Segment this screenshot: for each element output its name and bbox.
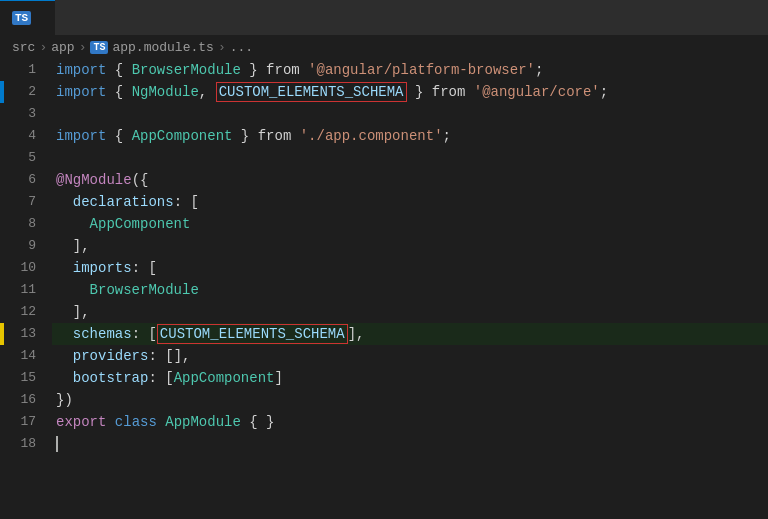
token-plain: ],	[56, 301, 90, 323]
breadcrumb-file: app.module.ts	[112, 40, 213, 55]
token-prop: schemas	[73, 323, 132, 345]
code-line-11: BrowserModule	[52, 279, 768, 301]
line-numbers: 123456789101112131415161718	[4, 59, 52, 519]
code-line-1: import { BrowserModule } from '@angular/…	[52, 59, 768, 81]
token-prop: bootstrap	[73, 367, 149, 389]
token-plain: ],	[56, 235, 90, 257]
line-number-6: 6	[12, 169, 44, 191]
tab-app-module[interactable]: TS	[0, 0, 55, 35]
token-cls: NgModule	[132, 81, 199, 103]
token-plain	[56, 191, 73, 213]
line-number-14: 14	[12, 345, 44, 367]
token-plain	[157, 411, 165, 433]
token-plain: : [	[174, 191, 199, 213]
token-kw: import	[56, 125, 106, 147]
line-number-1: 1	[12, 59, 44, 81]
sep3: ›	[218, 40, 226, 55]
breadcrumb-ellipsis: ...	[230, 40, 253, 55]
token-plain: ;	[443, 125, 451, 147]
ts-badge: TS	[90, 41, 108, 54]
token-plain: from	[258, 125, 292, 147]
code-line-9: ],	[52, 235, 768, 257]
line-number-9: 9	[12, 235, 44, 257]
breadcrumb-app: app	[51, 40, 74, 55]
code-line-5	[52, 147, 768, 169]
token-plain	[106, 411, 114, 433]
token-plain: ],	[348, 323, 365, 345]
line-number-5: 5	[12, 147, 44, 169]
token-plain: : [],	[148, 345, 190, 367]
line-number-13: 13	[12, 323, 44, 345]
token-prop: providers	[73, 345, 149, 367]
token-str: '@angular/platform-browser'	[308, 59, 535, 81]
token-str: '@angular/core'	[474, 81, 600, 103]
token-kw: class	[115, 411, 157, 433]
token-cls: BrowserModule	[90, 279, 199, 301]
code-line-6: @NgModule({	[52, 169, 768, 191]
token-plain	[56, 213, 90, 235]
code-line-4: import { AppComponent } from './app.comp…	[52, 125, 768, 147]
token-plain: { }	[241, 411, 275, 433]
token-kw: import	[56, 59, 106, 81]
token-plain: ;	[600, 81, 608, 103]
token-plain	[56, 257, 73, 279]
token-plain: }	[407, 81, 432, 103]
token-plain	[465, 81, 473, 103]
token-plain: : [	[132, 323, 157, 345]
token-plain: {	[106, 59, 131, 81]
highlighted-schema: CUSTOM_ELEMENTS_SCHEMA	[157, 324, 348, 344]
token-plain: : [	[148, 367, 173, 389]
token-plain: from	[432, 81, 466, 103]
code-line-8: AppComponent	[52, 213, 768, 235]
token-cls: BrowserModule	[132, 59, 241, 81]
line-number-8: 8	[12, 213, 44, 235]
token-prop: imports	[73, 257, 132, 279]
token-cls: AppComponent	[90, 213, 191, 235]
token-plain: ;	[535, 59, 543, 81]
code-line-13: schemas: [CUSTOM_ELEMENTS_SCHEMA],	[52, 323, 768, 345]
token-plain	[56, 323, 73, 345]
token-plain: from	[266, 59, 300, 81]
token-cls: AppComponent	[132, 125, 233, 147]
code-line-12: ],	[52, 301, 768, 323]
code-line-7: declarations: [	[52, 191, 768, 213]
highlighted-identifier: CUSTOM_ELEMENTS_SCHEMA	[216, 82, 407, 102]
token-plain: ,	[199, 81, 216, 103]
token-plain: ]	[274, 367, 282, 389]
code-line-18	[52, 433, 768, 455]
tab-bar: TS	[0, 0, 768, 35]
breadcrumb-src: src	[12, 40, 35, 55]
code-lines[interactable]: import { BrowserModule } from '@angular/…	[52, 59, 768, 519]
token-kw2: export	[56, 411, 106, 433]
cursor	[56, 436, 58, 452]
token-plain: })	[56, 389, 73, 411]
token-cls: AppComponent	[174, 367, 275, 389]
token-plain: ({	[132, 169, 149, 191]
line-number-11: 11	[12, 279, 44, 301]
token-decorator: @NgModule	[56, 169, 132, 191]
line-number-3: 3	[12, 103, 44, 125]
token-kw: import	[56, 81, 106, 103]
token-plain	[56, 279, 90, 301]
sep2: ›	[79, 40, 87, 55]
line-number-17: 17	[12, 411, 44, 433]
token-prop: declarations	[73, 191, 174, 213]
line-number-15: 15	[12, 367, 44, 389]
token-str: './app.component'	[300, 125, 443, 147]
code-line-10: imports: [	[52, 257, 768, 279]
token-plain: }	[241, 59, 266, 81]
code-line-14: providers: [],	[52, 345, 768, 367]
code-line-15: bootstrap: [AppComponent]	[52, 367, 768, 389]
line-number-16: 16	[12, 389, 44, 411]
line-number-18: 18	[12, 433, 44, 455]
line-number-2: 2	[12, 81, 44, 103]
token-plain: : [	[132, 257, 157, 279]
code-line-16: })	[52, 389, 768, 411]
token-plain: }	[232, 125, 257, 147]
code-container: 123456789101112131415161718 import { Bro…	[0, 59, 768, 519]
code-line-3	[52, 103, 768, 125]
token-plain	[291, 125, 299, 147]
ts-icon: TS	[12, 11, 31, 25]
token-plain: {	[106, 125, 131, 147]
code-line-17: export class AppModule { }	[52, 411, 768, 433]
